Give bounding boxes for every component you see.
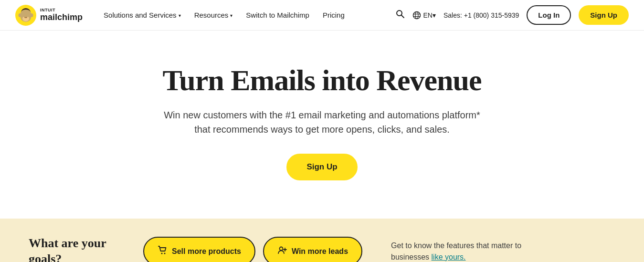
- nav-links: Solutions and Services ▾ Resources ▾ Swi…: [98, 7, 395, 23]
- search-icon[interactable]: [395, 9, 405, 21]
- sales-number: Sales: +1 (800) 315-5939: [443, 11, 519, 19]
- svg-line-15: [401, 15, 404, 18]
- svg-point-16: [413, 11, 421, 19]
- nav-solutions-services[interactable]: Solutions and Services ▾: [98, 7, 187, 23]
- svg-point-13: [21, 10, 31, 17]
- win-more-leads-button[interactable]: Win more leads: [263, 237, 362, 262]
- lang-label: EN▾: [423, 11, 435, 19]
- navbar: INTUIT mailchimp Solutions and Services …: [0, 0, 644, 31]
- chevron-down-icon: ▾: [179, 13, 181, 18]
- chevron-down-icon: ▾: [230, 13, 232, 18]
- hero-section: Turn Emails into Revenue Win new custome…: [0, 31, 644, 219]
- goals-heading: What are your goals?: [29, 236, 124, 262]
- nav-pricing[interactable]: Pricing: [317, 7, 350, 23]
- mailchimp-label: mailchimp: [40, 13, 83, 22]
- svg-point-20: [161, 253, 163, 254]
- language-selector[interactable]: EN▾: [412, 11, 435, 20]
- logo[interactable]: INTUIT mailchimp: [15, 5, 83, 26]
- login-button[interactable]: Log In: [527, 5, 571, 25]
- svg-point-17: [415, 11, 418, 19]
- hero-subtitle: Win new customers with the #1 email mark…: [160, 108, 485, 136]
- nav-resources[interactable]: Resources ▾: [189, 7, 239, 23]
- svg-point-21: [164, 253, 166, 254]
- hero-title: Turn Emails into Revenue: [163, 64, 482, 96]
- person-plus-icon: [277, 245, 287, 257]
- nav-right: EN▾ Sales: +1 (800) 315-5939 Log In Sign…: [395, 5, 629, 25]
- sell-more-products-button[interactable]: Sell more products: [143, 237, 255, 262]
- goals-section: What are your goals? Sell more products: [0, 219, 644, 262]
- nav-switch-mailchimp[interactable]: Switch to Mailchimp: [240, 7, 315, 23]
- signup-button-nav[interactable]: Sign Up: [579, 5, 629, 25]
- signup-button-hero[interactable]: Sign Up: [286, 154, 357, 180]
- goals-cta-link[interactable]: like yours.: [432, 253, 466, 261]
- cart-icon: [158, 245, 167, 257]
- svg-point-22: [279, 247, 283, 251]
- goals-cta: Get to know the features that matter to …: [391, 240, 534, 262]
- goals-buttons: Sell more products Win more leads: [143, 237, 362, 262]
